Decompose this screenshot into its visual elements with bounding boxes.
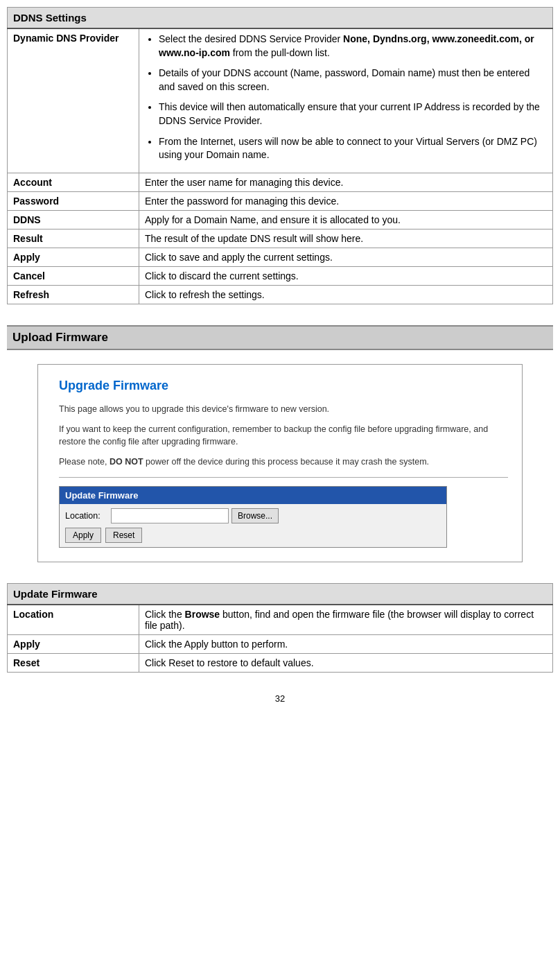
update-table-header: Update Firmware: [8, 583, 553, 605]
fw-update-box: Update Firmware Location: Browse... Appl…: [59, 486, 447, 548]
ddns-row-2: PasswordEnter the password for managing …: [8, 191, 553, 210]
ddns-row-desc-4: The result of the update DNS result will…: [139, 229, 553, 248]
upload-firmware-heading: Upload Firmware: [7, 325, 553, 350]
para3-bold: DO NOT: [110, 457, 143, 467]
ddns-list-item-1: Details of your DDNS account (Name, pass…: [159, 67, 547, 94]
ddns-settings-table: DDNS Settings Dynamic DNS ProviderSelect…: [7, 7, 553, 304]
update-row-label-2: Reset: [8, 653, 139, 672]
firmware-screenshot-box: Upgrade Firmware This page allows you to…: [37, 364, 523, 562]
ddns-row-label-6: Cancel: [8, 266, 139, 285]
update-row-desc-1: Click the Apply button to perform.: [139, 634, 553, 653]
ddns-row-4: ResultThe result of the update DNS resul…: [8, 229, 553, 248]
ddns-row-6: CancelClick to discard the current setti…: [8, 266, 553, 285]
ddns-row-0: Dynamic DNS ProviderSelect the desired D…: [8, 28, 553, 173]
ddns-row-3: DDNSApply for a Domain Name, and ensure …: [8, 210, 553, 229]
ddns-row-desc-5: Click to save and apply the current sett…: [139, 248, 553, 266]
firmware-para1: This page allows you to upgrade this dev…: [59, 403, 508, 416]
ddns-row-5: ApplyClick to save and apply the current…: [8, 248, 553, 266]
fw-reset-button[interactable]: Reset: [105, 528, 142, 543]
ddns-row-desc-1: Enter the user name for managing this de…: [139, 173, 553, 191]
ddns-row-1: AccountEnter the user name for managing …: [8, 173, 553, 191]
ddns-row-desc-2: Enter the password for managing this dev…: [139, 191, 553, 210]
ddns-row-label-7: Refresh: [8, 285, 139, 304]
ddns-row-desc-7: Click to refresh the settings.: [139, 285, 553, 304]
page-number: 32: [7, 693, 553, 704]
fw-location-input[interactable]: [111, 508, 229, 523]
ddns-table-header: DDNS Settings: [8, 8, 553, 29]
upgrade-firmware-title: Upgrade Firmware: [59, 379, 508, 393]
fw-update-box-header: Update Firmware: [60, 487, 446, 504]
update-row-1: ApplyClick the Apply button to perform.: [8, 634, 553, 653]
update-row-label-0: Location: [8, 605, 139, 635]
ddns-row-desc-3: Apply for a Domain Name, and ensure it i…: [139, 210, 553, 229]
ddns-row-7: RefreshClick to refresh the settings.: [8, 285, 553, 304]
fw-update-body: Location: Browse... Apply Reset: [60, 504, 446, 547]
fw-location-label: Location:: [65, 511, 107, 521]
ddns-row-label-2: Password: [8, 191, 139, 210]
fw-location-row: Location: Browse...: [65, 508, 441, 523]
para3-prefix: Please note,: [59, 457, 110, 467]
update-row-desc-0: Click the Browse button, find and open t…: [139, 605, 553, 635]
ddns-row-label-5: Apply: [8, 248, 139, 266]
ddns-row-label-4: Result: [8, 229, 139, 248]
ddns-list-item-0: Select the desired DDNS Service Provider…: [159, 33, 547, 60]
fw-action-row: Apply Reset: [65, 528, 441, 543]
ddns-row-label-3: DDNS: [8, 210, 139, 229]
fw-apply-button[interactable]: Apply: [65, 528, 101, 543]
firmware-para3: Please note, DO NOT power off the device…: [59, 456, 508, 469]
update-row-0: LocationClick the Browse button, find an…: [8, 605, 553, 635]
update-row-2: ResetClick Reset to restore to default v…: [8, 653, 553, 672]
update-firmware-table: Update Firmware LocationClick the Browse…: [7, 583, 553, 673]
ddns-row-label-0: Dynamic DNS Provider: [8, 28, 139, 173]
fw-browse-button[interactable]: Browse...: [231, 508, 279, 523]
ddns-row-desc-0: Select the desired DDNS Service Provider…: [139, 28, 553, 173]
firmware-para2: If you want to keep the current configur…: [59, 423, 508, 449]
ddns-row-label-1: Account: [8, 173, 139, 191]
ddns-list-item-3: From the Internet, users will now be abl…: [159, 135, 547, 162]
para3-suffix: power off the device during this process…: [143, 457, 429, 467]
ddns-list-item-2: This device will then automatically ensu…: [159, 101, 547, 128]
update-row-label-1: Apply: [8, 634, 139, 653]
ddns-row-desc-6: Click to discard the current settings.: [139, 266, 553, 285]
update-row-desc-2: Click Reset to restore to default values…: [139, 653, 553, 672]
firmware-divider: [59, 477, 508, 478]
